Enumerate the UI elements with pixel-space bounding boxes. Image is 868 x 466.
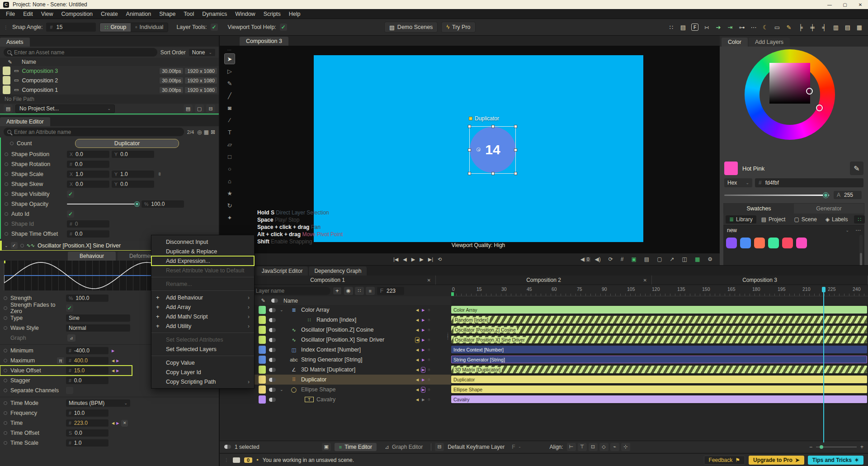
settings-icon[interactable]: ⚙ [708,256,716,262]
behaviour-tab[interactable]: Behaviour [68,252,116,261]
time-offset-input[interactable]: S0.0 [66,429,108,437]
dark-mode-icon[interactable]: ☾ [760,22,770,32]
menu-item[interactable]: Scripts [259,11,285,17]
go-to-start-button[interactable]: |◀ [393,257,398,262]
shape-opacity-slider[interactable] [67,204,137,204]
out-connection-icon[interactable]: ▶ [422,388,425,392]
shape-opacity-input[interactable]: %100.0 [142,200,184,208]
stagger-input[interactable]: #0.0 [66,377,108,384]
hex-input[interactable]: #fd4fbf [755,178,863,187]
add-layer-icon[interactable]: ∷ [355,287,364,295]
strength-fades-checkbox[interactable]: ✓ [66,304,73,312]
context-menu-item[interactable]: + Add Array › [151,302,254,312]
play-button[interactable]: ▶ [411,257,415,262]
solo-circle-icon[interactable]: ○ [428,328,430,332]
time-mode-select[interactable]: Minutes (BPM)⌄ [66,399,130,407]
layer-color-chip[interactable] [259,346,266,354]
align-left-icon[interactable]: ╞ [796,22,806,32]
shape-visibility-checkbox[interactable]: ✓ [67,190,74,198]
generator-tab[interactable]: Generator [794,204,864,214]
menu-item[interactable]: Create [97,11,122,17]
layer-color-chip[interactable] [259,376,266,384]
sort-order-select[interactable]: None⌄ [189,49,215,56]
enabled-checkbox[interactable]: ✓ [11,242,18,249]
wave-style-select[interactable]: Normal [66,324,130,332]
asset-row[interactable]: ▭ Composition 3 30.00fps 1920 x 1080 [0,66,219,76]
asset-color-chip[interactable] [3,67,10,75]
maximum-input[interactable]: #400.0 [66,357,108,364]
layer-tools-checkbox[interactable]: ✓ [211,24,218,31]
swatch-set-select[interactable]: new [727,227,737,233]
viewport-composition-tab[interactable]: Composition 3 [240,37,288,46]
go-to-end-button[interactable]: ▶| [428,257,433,262]
grid-view-icon[interactable]: ▦ [854,22,864,32]
shape-id-input[interactable]: #0 [67,220,109,228]
in-connection-icon[interactable]: ◀ [416,318,419,322]
context-menu-item[interactable] [151,289,254,291]
menu-item[interactable]: Edit [19,11,37,17]
search-zoom-icon[interactable]: ◎ [197,129,202,135]
track-bar[interactable]: Duplicator [451,376,867,383]
grid-icon[interactable]: # [621,256,627,262]
layer-color-chip[interactable] [259,326,266,334]
swatch-blue[interactable] [740,238,751,248]
context-menu-item[interactable]: Copy Value [151,358,254,367]
out-connection-icon[interactable]: ▶ [422,308,425,312]
track-bar[interactable]: Color Array [451,306,867,314]
align-kf-right-icon[interactable]: ⊡ [589,443,598,451]
saturation-value-square[interactable] [769,63,810,104]
snap-angle-input[interactable]: #15 [46,23,96,32]
labels-tab[interactable]: ◈Labels [822,215,852,223]
menu-item[interactable]: Composition [57,11,97,17]
frame-overlay-icon[interactable]: F [691,24,698,31]
layer-visibility-toggle[interactable] [269,338,276,342]
render-icon[interactable]: ◫ [682,256,691,262]
swatch-set-more-button[interactable]: ⋯ [855,227,861,233]
solo-dot[interactable] [20,244,24,247]
track-bar[interactable]: Random [Index] [451,316,867,323]
ellipse-tool[interactable]: ○ [224,163,235,174]
time-scale-input[interactable]: #1.0 [66,439,108,447]
motion-path-icon[interactable]: ➔ [713,22,723,32]
context-menu-item[interactable]: Set Selected Attributes [151,335,254,344]
in-connection-icon[interactable]: ◀ [416,328,419,332]
shape-scale-x-input[interactable]: X1.0 [67,171,109,178]
menu-item[interactable]: File [2,11,19,17]
context-menu-item[interactable] [151,275,254,277]
layer-color-chip[interactable] [259,336,266,344]
polygon-tool[interactable]: ⌂ [224,176,235,186]
pick-whip-icon[interactable]: ◉ [344,287,353,295]
screen-icon[interactable]: ▣ [631,256,640,262]
separate-channels-checkbox[interactable] [66,387,73,394]
menu-item[interactable]: View [37,11,57,17]
rectangle-tool[interactable]: □ [224,151,235,162]
messages-icon[interactable] [233,457,240,463]
context-menu-item[interactable]: Add Expression... [151,256,254,266]
layer-visibility-toggle[interactable] [269,368,276,372]
shape-position-x-input[interactable]: X0.0 [67,151,109,158]
minimum-input[interactable]: #-400.0 [66,347,108,354]
eyedropper-icon[interactable]: ✎ [5,59,14,65]
add-layers-tab[interactable]: Add Layers [749,38,790,47]
asset-color-chip[interactable] [3,86,10,94]
align-move-icon[interactable]: ⇥ [725,22,735,32]
in-connection-icon[interactable]: ◀ [112,369,114,373]
out-connection-icon[interactable]: ▶ [422,378,425,382]
color-mode-select[interactable]: Hex⌄ [724,178,752,187]
demo-scenes-button[interactable]: ▧Demo Scenes [384,22,438,33]
out-connection-icon[interactable]: ▶ [422,318,425,322]
track-bar[interactable]: Index Context [Number] [451,346,867,353]
out-connection-icon[interactable]: ▶ [422,338,425,342]
rows-icon[interactable]: ▤ [843,22,853,32]
frequency-input[interactable]: #10.0 [66,409,108,417]
columns-icon[interactable]: ▥ [831,22,841,32]
layer-label[interactable]: Duplicator [469,115,499,122]
out-connection-icon[interactable]: ▶ [116,359,119,363]
close-tab-icon[interactable]: ✕ [643,278,647,283]
hue-cursor[interactable] [816,105,823,111]
layer-visibility-toggle[interactable] [269,318,276,322]
asset-search-input[interactable]: Enter an Asset name [4,48,157,57]
layer-color-chip[interactable] [259,366,266,374]
layer-visibility-toggle[interactable] [269,398,276,402]
add-layer-button[interactable]: + [333,287,342,295]
